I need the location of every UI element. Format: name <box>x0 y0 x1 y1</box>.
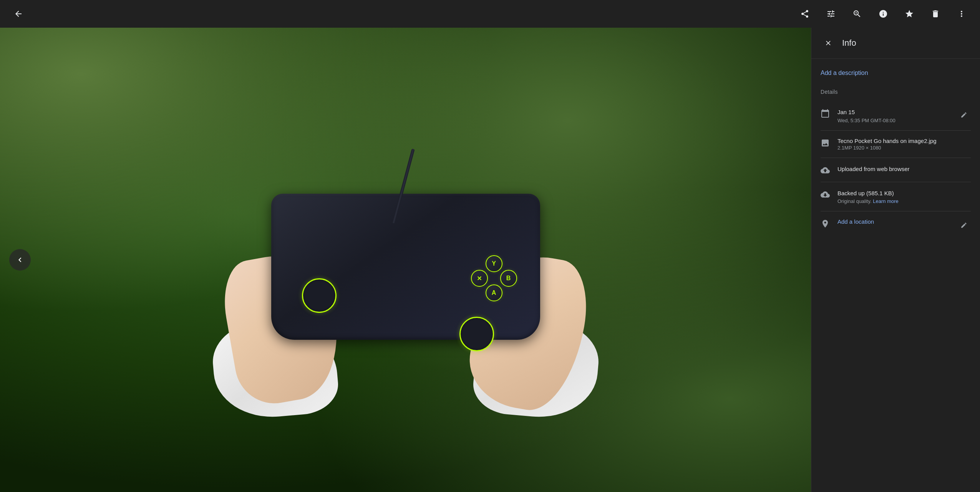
info-panel-title: Info <box>842 38 856 48</box>
toolbar-left <box>9 5 28 23</box>
divider-1 <box>821 130 971 131</box>
calendar-svg <box>821 109 830 118</box>
upload-detail-content: Uploaded from web browser <box>837 165 971 174</box>
btn-a: A <box>486 284 502 301</box>
image-svg <box>821 138 830 148</box>
image-icon <box>821 138 830 148</box>
edit-toolbar-button[interactable] <box>822 5 840 23</box>
info-header: Info <box>811 28 980 59</box>
edit-date-button[interactable] <box>957 108 971 122</box>
backup-main: Backed up (585.1 KB) <box>837 189 971 198</box>
file-detail-content: Tecno Pocket Go hands on image2.jpg 2.1M… <box>837 138 971 151</box>
toolbar-right <box>796 5 971 23</box>
button-cluster: ✕ Y B A <box>471 255 517 301</box>
toolbar <box>0 0 980 28</box>
photo-viewer: ✕ Y B A <box>0 28 811 492</box>
calendar-icon <box>821 109 830 118</box>
sliders-icon <box>826 9 836 18</box>
backup-svg <box>821 190 830 199</box>
date-sub: Wed, 5:35 PM GMT-08:00 <box>837 118 949 123</box>
zoom-button[interactable] <box>848 5 866 23</box>
info-body: Add a description Details Jan 15 Wed, 5:… <box>811 59 980 492</box>
btn-b: B <box>500 270 517 287</box>
joystick-right <box>459 317 494 351</box>
backup-detail-row: Backed up (585.1 KB) Original quality. L… <box>821 184 971 210</box>
file-detail-row: Tecno Pocket Go hands on image2.jpg 2.1M… <box>821 132 971 156</box>
close-info-button[interactable] <box>821 35 836 51</box>
date-detail-content: Jan 15 Wed, 5:35 PM GMT-08:00 <box>837 108 949 123</box>
btn-x: ✕ <box>471 270 488 287</box>
back-button[interactable] <box>9 5 28 23</box>
share-icon <box>800 9 809 18</box>
edit-date-icon <box>960 111 967 118</box>
delete-button[interactable] <box>926 5 945 23</box>
zoom-icon <box>852 9 862 18</box>
prev-icon <box>15 255 25 264</box>
add-location-link[interactable]: Add a location <box>837 218 874 225</box>
favorite-button[interactable] <box>900 5 919 23</box>
date-main: Jan 15 <box>837 108 949 117</box>
edit-location-button[interactable] <box>957 218 971 232</box>
backup-sub: Original quality. Learn more <box>837 198 971 204</box>
upload-text: Uploaded from web browser <box>837 165 971 174</box>
btn-y: Y <box>486 255 502 272</box>
upload-svg <box>821 166 830 175</box>
divider-2 <box>821 158 971 158</box>
joystick-left <box>302 278 337 313</box>
backup-quality: Original quality. <box>837 198 872 204</box>
location-detail-content: Add a location <box>837 218 949 225</box>
info-icon <box>879 9 888 18</box>
divider-4 <box>821 211 971 211</box>
location-svg <box>821 219 830 228</box>
location-icon <box>821 219 830 228</box>
prev-button[interactable] <box>9 249 31 271</box>
star-icon <box>905 9 914 18</box>
upload-icon <box>821 166 830 175</box>
more-button[interactable] <box>952 5 971 23</box>
more-icon <box>957 9 966 18</box>
backup-detail-content: Backed up (585.1 KB) Original quality. L… <box>837 189 971 204</box>
info-button[interactable] <box>874 5 892 23</box>
add-description-link[interactable]: Add a description <box>821 66 971 80</box>
file-meta: 2.1MP 1920 × 1080 <box>837 145 971 151</box>
edit-location-icon <box>960 222 967 229</box>
controller-illustration: ✕ Y B A <box>260 163 552 378</box>
learn-more-link[interactable]: Learn more <box>873 198 898 204</box>
backup-icon <box>821 190 830 199</box>
upload-detail-row: Uploaded from web browser <box>821 160 971 180</box>
divider-3 <box>821 182 971 182</box>
share-button[interactable] <box>796 5 814 23</box>
info-panel: Info Add a description Details Jan 15 We… <box>811 28 980 492</box>
details-label: Details <box>821 89 971 95</box>
file-name: Tecno Pocket Go hands on image2.jpg <box>837 138 971 144</box>
back-icon <box>14 9 23 18</box>
delete-icon <box>931 9 940 18</box>
close-icon <box>824 39 832 47</box>
location-detail-row: Add a location <box>821 213 971 238</box>
date-detail-row: Jan 15 Wed, 5:35 PM GMT-08:00 <box>821 103 971 129</box>
main-content: ✕ Y B A Info <box>0 28 980 492</box>
controller-body: ✕ Y B A <box>271 194 540 340</box>
